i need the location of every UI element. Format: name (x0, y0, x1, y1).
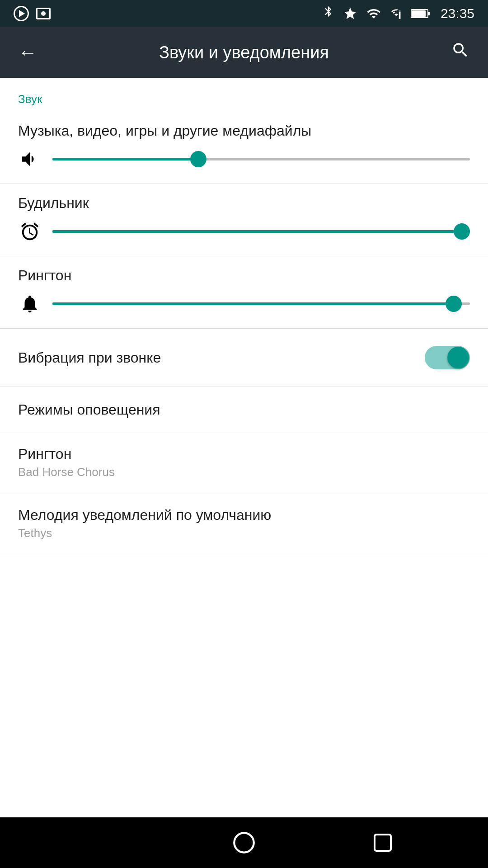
ringtone-volume-item: Рингтон (0, 256, 488, 329)
media-slider-row (18, 147, 470, 171)
notification-melody-item[interactable]: Мелодия уведомлений по умолчанию Tethys (0, 494, 488, 555)
vibration-toggle-row[interactable]: Вибрация при звонке (0, 329, 488, 387)
alarm-slider-fill (52, 230, 470, 233)
alarm-volume-item: Будильник (0, 184, 488, 256)
media-slider-fill (52, 158, 198, 160)
svg-rect-1 (399, 12, 401, 19)
battery-icon (411, 7, 431, 20)
media-slider-thumb (190, 151, 206, 167)
status-bar-right: 23:35 (322, 5, 474, 22)
time-display: 23:35 (441, 6, 474, 21)
alarm-slider-thumb (454, 223, 470, 240)
vibration-toggle[interactable] (425, 346, 470, 369)
svg-rect-4 (412, 10, 426, 17)
star-icon (343, 6, 357, 21)
nav-back-button[interactable] (87, 825, 123, 861)
alarm-icon (18, 220, 42, 243)
search-button[interactable] (451, 41, 470, 64)
ringtone-menu-subtitle: Bad Horse Chorus (18, 465, 470, 479)
photo-icon (36, 8, 51, 19)
notification-melody-title: Мелодия уведомлений по умолчанию (18, 507, 470, 524)
notification-modes-item[interactable]: Режимы оповещения (0, 387, 488, 433)
ringtone-slider-thumb (446, 296, 462, 312)
status-bar: 23:35 (0, 0, 488, 27)
ringtone-slider-track[interactable] (52, 302, 470, 305)
bell-icon (18, 292, 42, 316)
volume-icon (18, 147, 42, 171)
ringtone-slider-row (18, 292, 470, 316)
notification-melody-subtitle: Tethys (18, 526, 470, 540)
vibration-label: Вибрация при звонке (18, 349, 161, 366)
sound-section-header: Звук (0, 78, 488, 112)
app-header: ← Звуки и уведомления (0, 27, 488, 78)
media-slider-track[interactable] (52, 158, 470, 160)
vibration-toggle-thumb (447, 347, 469, 368)
page-title: Звуки и уведомления (55, 43, 433, 62)
ringtone-menu-title: Рингтон (18, 446, 470, 462)
ringtone-slider-fill (52, 302, 462, 305)
signal-icon (390, 6, 403, 21)
nav-bar (0, 817, 488, 868)
svg-rect-6 (375, 835, 391, 851)
nav-recents-button[interactable] (365, 825, 401, 861)
back-button[interactable]: ← (18, 42, 37, 63)
alarm-volume-title: Будильник (18, 195, 470, 212)
ringtone-menu-item[interactable]: Рингтон Bad Horse Chorus (0, 433, 488, 494)
ringtone-slider-title: Рингтон (18, 267, 470, 284)
svg-point-5 (234, 833, 253, 852)
content-area: Звук Музыка, видео, игры и другие медиаф… (0, 78, 488, 817)
wifi-icon (366, 6, 382, 21)
alarm-slider-track[interactable] (52, 230, 470, 233)
status-bar-left (14, 6, 51, 21)
nav-home-button[interactable] (226, 825, 262, 861)
media-volume-title: Музыка, видео, игры и другие медиафайлы (18, 123, 470, 139)
alarm-slider-row (18, 220, 470, 243)
bluetooth-icon (322, 5, 335, 22)
svg-rect-3 (428, 12, 430, 15)
play-icon (14, 6, 29, 21)
media-volume-item: Музыка, видео, игры и другие медиафайлы (0, 112, 488, 184)
